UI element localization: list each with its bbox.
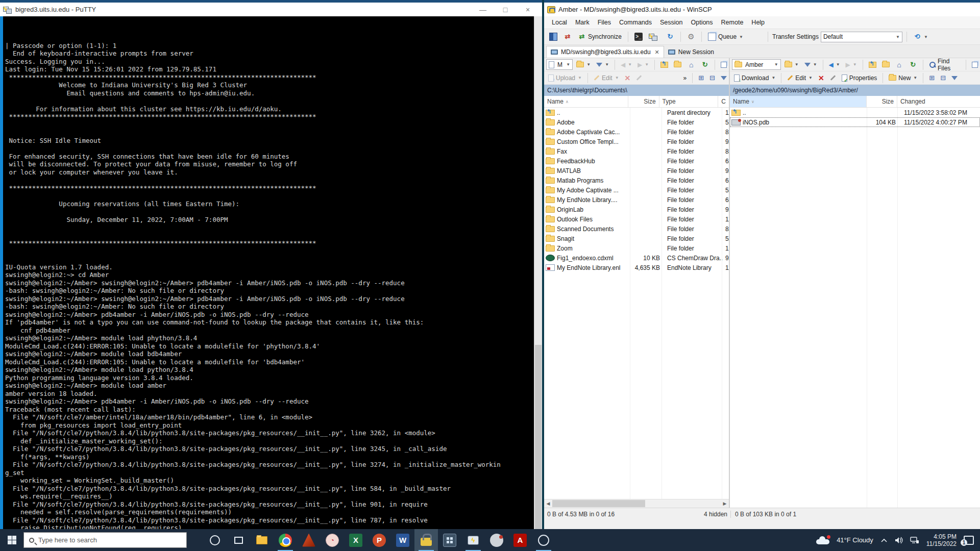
menu-item[interactable]: Options: [687, 17, 716, 28]
taskbar-originlab[interactable]: ◔: [321, 529, 344, 551]
table-row[interactable]: FeedbackHub File folder 6/: [544, 156, 729, 166]
remote-filter-button[interactable]: ▼: [802, 61, 819, 68]
remote-file-list[interactable]: .. 11/15/2022 3:58:02 PM iNOS.pdb 104 KB…: [730, 108, 980, 508]
table-row[interactable]: .. Parent directory 11: [544, 108, 729, 117]
local-follow-link-button[interactable]: [719, 60, 729, 69]
queue-button[interactable]: Queue▼: [706, 31, 745, 42]
table-row[interactable]: MATLAB File folder 9/: [544, 166, 729, 176]
close-tab-icon[interactable]: ✕: [655, 49, 659, 56]
table-row[interactable]: iNOS.pdb 104 KB 11/15/2022 4:00:27 PM: [730, 117, 980, 127]
properties-button[interactable]: Properties: [840, 73, 879, 83]
close-icon[interactable]: ×: [524, 6, 532, 14]
download-button[interactable]: Download▼: [732, 73, 777, 83]
local-edit-button[interactable]: Edit▼: [592, 73, 621, 83]
taskbar-file-explorer[interactable]: [250, 529, 274, 551]
remote-filter2-button[interactable]: [949, 74, 960, 82]
terminal-output[interactable]: | Passcode or option (1-1): 1 End of key…: [3, 16, 534, 548]
find-files-button[interactable]: Find Files: [926, 56, 962, 73]
local-open-dir-button[interactable]: ▼: [574, 60, 593, 69]
menu-item[interactable]: Mark: [572, 17, 593, 28]
remote-remove-panel-button[interactable]: ⊟: [938, 72, 948, 83]
menu-item[interactable]: Help: [748, 17, 768, 28]
taskbar-powerpoint[interactable]: P: [368, 529, 391, 551]
remote-parent-dir-button[interactable]: [867, 60, 878, 69]
synchronize-button[interactable]: ⇄Synchronize: [576, 31, 624, 42]
tab-session[interactable]: MD/swsingh@bigred3.uits.iu.edu ✕: [546, 46, 664, 58]
preferences-button[interactable]: ⚙: [685, 31, 697, 42]
local-add-panel-button[interactable]: ⊞: [696, 72, 706, 83]
putty-titlebar[interactable]: ϟ bigred3.uits.iu.edu - PuTTY — □ ×: [0, 3, 542, 16]
taskbar-endnote[interactable]: [485, 529, 508, 551]
table-row[interactable]: Matlab Programs File folder 6/: [544, 176, 729, 185]
local-path-bar[interactable]: C:\Users\thielgrp\Documents\: [544, 85, 729, 96]
menu-item[interactable]: Local: [548, 17, 571, 28]
taskbar-matlab[interactable]: [297, 529, 321, 551]
column-header-size[interactable]: Size: [867, 96, 897, 107]
terminal-scrollbar[interactable]: [534, 16, 542, 548]
table-row[interactable]: Adobe Captivate Cac... File folder 8/: [544, 127, 729, 137]
open-putty-button[interactable]: ϟ: [647, 31, 662, 42]
remote-back-button[interactable]: ◀▼: [826, 60, 842, 70]
remote-open-dir-button[interactable]: ▼: [782, 60, 801, 69]
table-row[interactable]: Fax File folder 8/: [544, 146, 729, 156]
weather-icon[interactable]: [816, 536, 829, 544]
table-row[interactable]: Adobe File folder 5/: [544, 117, 729, 127]
minimize-icon[interactable]: —: [479, 6, 487, 14]
taskbar-winscp[interactable]: [414, 529, 438, 551]
scroll-left-icon[interactable]: ◀: [544, 501, 552, 506]
local-refresh-button[interactable]: ↻: [699, 59, 711, 70]
refresh-button[interactable]: ↻: [664, 31, 676, 42]
notification-center-button[interactable]: 1: [964, 536, 974, 545]
table-row[interactable]: My Adobe Captivate ... File folder 5/: [544, 185, 729, 195]
taskbar-putty[interactable]: ϟ: [461, 529, 485, 551]
column-header-type[interactable]: Type: [659, 96, 719, 107]
table-row[interactable]: Outlook Files File folder 11: [544, 214, 729, 224]
remote-delete-button[interactable]: ✕: [816, 72, 826, 84]
remote-refresh-button[interactable]: ↻: [907, 59, 919, 70]
taskbar-chrome[interactable]: [274, 529, 297, 551]
local-horizontal-scrollbar[interactable]: ◀ ▶: [544, 499, 729, 508]
table-row[interactable]: Snagit File folder 5/: [544, 234, 729, 243]
local-back-button[interactable]: ◀▼: [619, 60, 634, 70]
column-header-name[interactable]: Name∧: [544, 96, 628, 107]
table-row[interactable]: My EndNote Library.... File folder 6/: [544, 195, 729, 205]
toolbar-overflow-chevron[interactable]: »: [681, 73, 689, 83]
table-row[interactable]: My EndNote Library.enl 4,635 KB EndNote …: [544, 263, 729, 272]
new-button[interactable]: New▼: [887, 73, 919, 83]
remote-dir-select[interactable]: Amber▼: [732, 59, 781, 70]
task-view-button[interactable]: [227, 529, 250, 551]
start-button[interactable]: [0, 529, 23, 551]
local-remove-panel-button[interactable]: ⊟: [707, 72, 717, 83]
table-row[interactable]: Fig1_endoexo.cdxml 10 KB CS ChemDraw Dra…: [544, 253, 729, 263]
commander-layout-button[interactable]: [547, 31, 559, 42]
cortana-button[interactable]: [203, 529, 227, 551]
transfer-options-button[interactable]: ⟲▼: [911, 31, 930, 42]
remote-forward-button[interactable]: ▶▼: [844, 60, 859, 70]
remote-path-bar[interactable]: /geode2/home/u090/swsingh/BigRed3/Amber/: [730, 85, 980, 96]
taskbar-excel[interactable]: X: [344, 529, 368, 551]
remote-rename-button[interactable]: [828, 76, 838, 80]
local-parent-dir-button[interactable]: [658, 60, 670, 69]
table-row[interactable]: .. 11/15/2022 3:58:02 PM: [730, 108, 980, 117]
column-header-changed[interactable]: C: [718, 96, 729, 107]
table-row[interactable]: Custom Office Templ... File folder 9/: [544, 137, 729, 146]
sync-browsing-button[interactable]: ⇄: [561, 31, 574, 42]
taskbar-circle-app[interactable]: [532, 529, 555, 551]
column-header-size[interactable]: Size: [628, 96, 659, 107]
hidden-icons-chevron[interactable]: [880, 538, 888, 543]
remote-edit-button[interactable]: Edit▼: [785, 73, 815, 83]
table-row[interactable]: Zoom File folder 10: [544, 243, 729, 253]
menu-item[interactable]: Files: [594, 17, 615, 28]
winscp-titlebar[interactable]: Amber - MD/swsingh@bigred3.uits.iu.edu -…: [544, 3, 980, 16]
local-drive-select[interactable]: M▼: [546, 59, 573, 70]
column-header-name[interactable]: Name∨: [730, 96, 867, 107]
remote-add-panel-button[interactable]: ⊞: [927, 72, 937, 83]
local-root-dir-button[interactable]: [672, 60, 683, 69]
taskbar-word[interactable]: W: [391, 529, 414, 551]
local-filter2-button[interactable]: [719, 74, 729, 82]
tab-new-session[interactable]: New Session: [664, 46, 718, 58]
search-input[interactable]: Type here to search: [23, 532, 187, 548]
volume-icon[interactable]: [895, 537, 903, 544]
column-header-changed[interactable]: Changed: [897, 96, 980, 107]
remote-home-button[interactable]: ⌂: [893, 59, 905, 70]
